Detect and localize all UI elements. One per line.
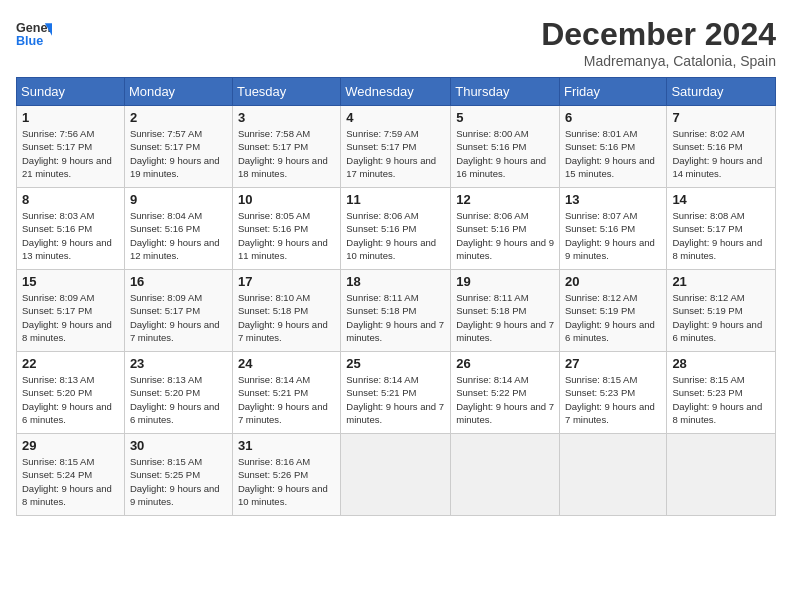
day-info: Sunrise: 7:59 AM Sunset: 5:17 PM Dayligh… [346, 127, 445, 180]
day-number: 31 [238, 438, 335, 453]
day-cell: 1Sunrise: 7:56 AM Sunset: 5:17 PM Daylig… [17, 106, 125, 188]
weekday-header-friday: Friday [559, 78, 666, 106]
day-number: 24 [238, 356, 335, 371]
weekday-header-monday: Monday [124, 78, 232, 106]
day-cell: 26Sunrise: 8:14 AM Sunset: 5:22 PM Dayli… [451, 352, 560, 434]
day-cell: 8Sunrise: 8:03 AM Sunset: 5:16 PM Daylig… [17, 188, 125, 270]
day-number: 30 [130, 438, 227, 453]
day-info: Sunrise: 8:09 AM Sunset: 5:17 PM Dayligh… [22, 291, 119, 344]
day-cell: 23Sunrise: 8:13 AM Sunset: 5:20 PM Dayli… [124, 352, 232, 434]
day-cell: 24Sunrise: 8:14 AM Sunset: 5:21 PM Dayli… [232, 352, 340, 434]
day-number: 4 [346, 110, 445, 125]
day-number: 20 [565, 274, 661, 289]
title-block: December 2024 Madremanya, Catalonia, Spa… [541, 16, 776, 69]
week-row-2: 8Sunrise: 8:03 AM Sunset: 5:16 PM Daylig… [17, 188, 776, 270]
week-row-5: 29Sunrise: 8:15 AM Sunset: 5:24 PM Dayli… [17, 434, 776, 516]
day-cell [667, 434, 776, 516]
day-info: Sunrise: 8:07 AM Sunset: 5:16 PM Dayligh… [565, 209, 661, 262]
day-number: 19 [456, 274, 554, 289]
day-number: 21 [672, 274, 770, 289]
day-number: 10 [238, 192, 335, 207]
day-cell: 28Sunrise: 8:15 AM Sunset: 5:23 PM Dayli… [667, 352, 776, 434]
day-cell: 7Sunrise: 8:02 AM Sunset: 5:16 PM Daylig… [667, 106, 776, 188]
day-number: 9 [130, 192, 227, 207]
day-info: Sunrise: 8:13 AM Sunset: 5:20 PM Dayligh… [22, 373, 119, 426]
day-number: 13 [565, 192, 661, 207]
day-info: Sunrise: 8:16 AM Sunset: 5:26 PM Dayligh… [238, 455, 335, 508]
day-number: 15 [22, 274, 119, 289]
day-info: Sunrise: 8:06 AM Sunset: 5:16 PM Dayligh… [346, 209, 445, 262]
day-number: 16 [130, 274, 227, 289]
day-cell: 13Sunrise: 8:07 AM Sunset: 5:16 PM Dayli… [559, 188, 666, 270]
day-number: 14 [672, 192, 770, 207]
week-row-3: 15Sunrise: 8:09 AM Sunset: 5:17 PM Dayli… [17, 270, 776, 352]
day-info: Sunrise: 7:58 AM Sunset: 5:17 PM Dayligh… [238, 127, 335, 180]
day-number: 28 [672, 356, 770, 371]
day-info: Sunrise: 8:11 AM Sunset: 5:18 PM Dayligh… [346, 291, 445, 344]
day-info: Sunrise: 8:05 AM Sunset: 5:16 PM Dayligh… [238, 209, 335, 262]
day-cell [341, 434, 451, 516]
day-info: Sunrise: 8:15 AM Sunset: 5:25 PM Dayligh… [130, 455, 227, 508]
day-cell: 5Sunrise: 8:00 AM Sunset: 5:16 PM Daylig… [451, 106, 560, 188]
day-cell: 10Sunrise: 8:05 AM Sunset: 5:16 PM Dayli… [232, 188, 340, 270]
day-number: 29 [22, 438, 119, 453]
calendar: SundayMondayTuesdayWednesdayThursdayFrid… [16, 77, 776, 516]
day-number: 5 [456, 110, 554, 125]
day-info: Sunrise: 8:00 AM Sunset: 5:16 PM Dayligh… [456, 127, 554, 180]
logo-icon: General Blue [16, 16, 52, 52]
weekday-header-thursday: Thursday [451, 78, 560, 106]
day-cell [451, 434, 560, 516]
weekday-row: SundayMondayTuesdayWednesdayThursdayFrid… [17, 78, 776, 106]
day-info: Sunrise: 8:06 AM Sunset: 5:16 PM Dayligh… [456, 209, 554, 262]
day-number: 22 [22, 356, 119, 371]
day-info: Sunrise: 8:10 AM Sunset: 5:18 PM Dayligh… [238, 291, 335, 344]
day-cell: 4Sunrise: 7:59 AM Sunset: 5:17 PM Daylig… [341, 106, 451, 188]
day-info: Sunrise: 8:03 AM Sunset: 5:16 PM Dayligh… [22, 209, 119, 262]
day-cell: 29Sunrise: 8:15 AM Sunset: 5:24 PM Dayli… [17, 434, 125, 516]
day-cell: 27Sunrise: 8:15 AM Sunset: 5:23 PM Dayli… [559, 352, 666, 434]
day-number: 2 [130, 110, 227, 125]
subtitle: Madremanya, Catalonia, Spain [541, 53, 776, 69]
calendar-body: 1Sunrise: 7:56 AM Sunset: 5:17 PM Daylig… [17, 106, 776, 516]
day-number: 25 [346, 356, 445, 371]
day-info: Sunrise: 8:15 AM Sunset: 5:23 PM Dayligh… [565, 373, 661, 426]
day-number: 8 [22, 192, 119, 207]
day-number: 7 [672, 110, 770, 125]
day-info: Sunrise: 8:02 AM Sunset: 5:16 PM Dayligh… [672, 127, 770, 180]
day-cell: 14Sunrise: 8:08 AM Sunset: 5:17 PM Dayli… [667, 188, 776, 270]
day-info: Sunrise: 7:56 AM Sunset: 5:17 PM Dayligh… [22, 127, 119, 180]
day-cell [559, 434, 666, 516]
day-number: 17 [238, 274, 335, 289]
day-info: Sunrise: 8:12 AM Sunset: 5:19 PM Dayligh… [672, 291, 770, 344]
day-info: Sunrise: 8:15 AM Sunset: 5:23 PM Dayligh… [672, 373, 770, 426]
day-number: 1 [22, 110, 119, 125]
day-number: 3 [238, 110, 335, 125]
day-info: Sunrise: 8:14 AM Sunset: 5:21 PM Dayligh… [238, 373, 335, 426]
day-info: Sunrise: 8:13 AM Sunset: 5:20 PM Dayligh… [130, 373, 227, 426]
page-container: General Blue December 2024 Madremanya, C… [0, 0, 792, 526]
day-cell: 21Sunrise: 8:12 AM Sunset: 5:19 PM Dayli… [667, 270, 776, 352]
weekday-header-tuesday: Tuesday [232, 78, 340, 106]
weekday-header-sunday: Sunday [17, 78, 125, 106]
day-number: 27 [565, 356, 661, 371]
day-info: Sunrise: 8:04 AM Sunset: 5:16 PM Dayligh… [130, 209, 227, 262]
calendar-header: SundayMondayTuesdayWednesdayThursdayFrid… [17, 78, 776, 106]
day-cell: 20Sunrise: 8:12 AM Sunset: 5:19 PM Dayli… [559, 270, 666, 352]
day-cell: 16Sunrise: 8:09 AM Sunset: 5:17 PM Dayli… [124, 270, 232, 352]
day-cell: 17Sunrise: 8:10 AM Sunset: 5:18 PM Dayli… [232, 270, 340, 352]
day-cell: 22Sunrise: 8:13 AM Sunset: 5:20 PM Dayli… [17, 352, 125, 434]
day-cell: 6Sunrise: 8:01 AM Sunset: 5:16 PM Daylig… [559, 106, 666, 188]
day-number: 18 [346, 274, 445, 289]
day-cell: 3Sunrise: 7:58 AM Sunset: 5:17 PM Daylig… [232, 106, 340, 188]
day-cell: 12Sunrise: 8:06 AM Sunset: 5:16 PM Dayli… [451, 188, 560, 270]
svg-text:Blue: Blue [16, 34, 43, 48]
week-row-4: 22Sunrise: 8:13 AM Sunset: 5:20 PM Dayli… [17, 352, 776, 434]
week-row-1: 1Sunrise: 7:56 AM Sunset: 5:17 PM Daylig… [17, 106, 776, 188]
day-number: 26 [456, 356, 554, 371]
main-title: December 2024 [541, 16, 776, 53]
day-cell: 9Sunrise: 8:04 AM Sunset: 5:16 PM Daylig… [124, 188, 232, 270]
logo: General Blue [16, 16, 52, 52]
header: General Blue December 2024 Madremanya, C… [16, 16, 776, 69]
day-number: 6 [565, 110, 661, 125]
day-info: Sunrise: 8:11 AM Sunset: 5:18 PM Dayligh… [456, 291, 554, 344]
